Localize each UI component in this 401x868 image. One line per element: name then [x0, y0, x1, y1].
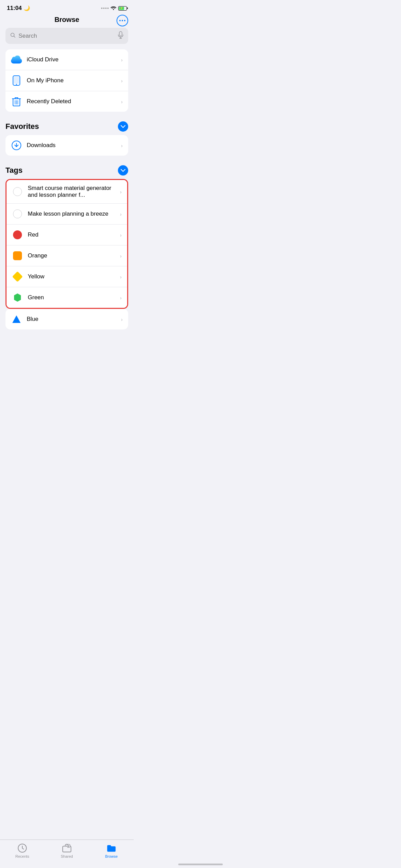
svg-marker-16	[12, 315, 21, 323]
page-title: Browse	[54, 16, 79, 24]
favorites-collapse-button[interactable]	[118, 121, 128, 132]
green-tag-item[interactable]: Green ›	[7, 287, 127, 308]
blue-tag-item[interactable]: Blue ›	[5, 309, 128, 329]
locations-section: iCloud Drive › On My iPhone ›	[5, 49, 128, 112]
highlighted-tags-card: Smart course material generator and less…	[5, 179, 128, 309]
recently-deleted-label: Recently Deleted	[27, 98, 121, 105]
recently-deleted-item[interactable]: Recently Deleted ›	[5, 91, 128, 112]
status-bar: 11:04 🌙 ⚡	[0, 0, 134, 13]
wifi-icon	[111, 5, 116, 11]
favorites-title: Favorites	[5, 122, 39, 131]
orange-tag-item[interactable]: Orange ›	[7, 245, 127, 266]
battery-icon: ⚡	[118, 6, 127, 11]
green-label: Green	[28, 294, 120, 301]
blue-label: Blue	[27, 316, 121, 323]
blue-tag-section: Blue ›	[5, 309, 128, 329]
three-dots-icon	[119, 20, 125, 21]
green-chevron-icon: ›	[120, 295, 122, 301]
blue-triangle-icon	[11, 314, 22, 325]
svg-rect-8	[14, 77, 19, 84]
make-lesson-chevron-icon: ›	[120, 211, 122, 217]
downloads-chevron-icon: ›	[121, 143, 123, 148]
main-content: iCloud Drive › On My iPhone ›	[0, 49, 134, 371]
moon-icon: 🌙	[24, 5, 30, 11]
deleted-chevron-icon: ›	[121, 99, 123, 105]
blue-chevron-icon: ›	[121, 316, 123, 322]
mic-icon	[118, 31, 123, 40]
red-label: Red	[28, 231, 120, 238]
yellow-label: Yellow	[28, 273, 120, 280]
downloads-item[interactable]: Downloads ›	[5, 135, 128, 156]
empty-circle-icon-2	[12, 208, 23, 219]
red-dot-icon	[12, 229, 23, 240]
green-hex-icon	[12, 292, 23, 303]
search-input[interactable]	[19, 33, 115, 39]
iphone-chevron-icon: ›	[121, 78, 123, 84]
download-icon	[11, 140, 22, 151]
red-tag-item[interactable]: Red ›	[7, 225, 127, 245]
icloud-drive-label: iCloud Drive	[27, 56, 121, 63]
search-bar[interactable]	[5, 28, 128, 44]
more-button[interactable]	[117, 15, 128, 26]
tags-header: Tags	[0, 162, 134, 179]
downloads-label: Downloads	[27, 142, 121, 149]
icloud-chevron-icon: ›	[121, 57, 123, 63]
svg-marker-15	[14, 293, 21, 302]
on-my-iphone-label: On My iPhone	[27, 77, 121, 84]
yellow-tag-item[interactable]: Yellow ›	[7, 266, 127, 287]
tags-collapse-button[interactable]	[118, 165, 128, 176]
yellow-chevron-icon: ›	[120, 274, 122, 280]
svg-point-9	[16, 84, 17, 85]
icloud-icon	[11, 54, 22, 65]
orange-chevron-icon: ›	[120, 253, 122, 259]
svg-point-6	[14, 56, 20, 61]
smart-course-item[interactable]: Smart course material generator and less…	[7, 180, 127, 204]
make-lesson-item[interactable]: Make lesson planning a breeze ›	[7, 204, 127, 225]
yellow-diamond-icon	[12, 271, 23, 282]
status-icons: ⚡	[101, 5, 127, 11]
red-chevron-icon: ›	[120, 232, 122, 238]
favorites-section: Downloads ›	[5, 135, 128, 156]
empty-circle-icon-1	[12, 186, 23, 197]
on-my-iphone-item[interactable]: On My iPhone ›	[5, 70, 128, 91]
status-time: 11:04	[7, 5, 22, 12]
smart-course-label: Smart course material generator and less…	[28, 185, 120, 198]
orange-label: Orange	[28, 252, 120, 259]
tags-title: Tags	[5, 166, 23, 175]
header: Browse	[0, 13, 134, 28]
trash-icon	[11, 96, 22, 107]
favorites-header: Favorites	[0, 119, 134, 135]
icloud-drive-item[interactable]: iCloud Drive ›	[5, 49, 128, 70]
iphone-icon	[11, 75, 22, 86]
signal-icon	[101, 8, 109, 9]
svg-rect-1	[119, 32, 122, 36]
search-icon	[10, 33, 16, 39]
orange-square-icon	[12, 250, 23, 261]
smart-course-chevron-icon: ›	[120, 189, 122, 195]
make-lesson-label: Make lesson planning a breeze	[28, 210, 120, 217]
